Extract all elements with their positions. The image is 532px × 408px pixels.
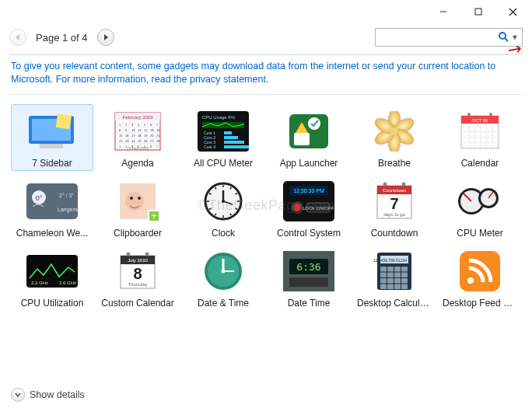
gadget-label: Desktop Feed R... [443,298,517,309]
gadget-label: Clock [212,228,235,239]
svg-text:2° / 3°: 2° / 3° [59,193,74,198]
gadget-item[interactable]: Countdown7days to goCountdown [353,174,436,241]
gadget-label: 7 Sidebar [32,158,72,169]
chameleon-icon: 0°2° / 3°Langemark [23,180,81,223]
gadget-item[interactable]: CPU Usage 8%Core 1Core 2Core 3Core 4All … [182,104,264,171]
svg-text:24: 24 [131,139,135,143]
svg-rect-206 [387,267,394,272]
gadget-item[interactable]: 7 Sidebar [11,104,93,171]
svg-point-222 [467,277,474,284]
gadget-item[interactable]: February 2009123456789101112131415161718… [96,104,179,171]
gadget-item[interactable]: 2.2 GHz2.6 GHzCPU Utilization [11,244,93,311]
date-time-2-icon: 6:36 [280,249,338,293]
gadget-grid: 7 SidebarFebruary 2009123456789101112131… [0,95,532,314]
svg-rect-123 [464,138,469,142]
svg-point-136 [489,113,492,116]
footer: Show details [11,388,85,402]
svg-text:23: 23 [125,139,129,143]
svg-text:July 2010: July 2010 [128,258,148,263]
svg-point-135 [467,113,471,116]
close-button[interactable] [495,1,530,23]
svg-text:8: 8 [133,265,142,282]
show-details-label[interactable]: Show details [30,389,85,400]
gadget-item[interactable]: 0°2° / 3°LangemarkChameleon We... [11,174,93,241]
svg-text:0°: 0° [36,194,43,202]
svg-text:+: + [151,211,156,221]
seven-sidebar-icon [23,110,81,153]
svg-text:2.2 GHz: 2.2 GHz [31,281,48,285]
svg-rect-220 [401,284,408,289]
gadget-item[interactable]: Desktop Feed R... [439,244,521,311]
svg-rect-133 [487,143,492,148]
svg-rect-205 [380,267,387,272]
search-dropdown-icon[interactable]: ▼ [511,33,519,41]
gadget-label: Date & Time [198,298,249,309]
svg-text:10: 10 [131,128,135,132]
expand-details-button[interactable] [11,388,25,402]
gadget-item[interactable]: Date & Time [182,244,264,311]
gadget-item[interactable]: July 20108ThursdayCustom Calendar [96,244,179,311]
gadget-label: App Launcher [280,158,338,169]
svg-rect-201 [289,277,328,287]
custom-calendar-icon: July 20108Thursday [109,249,166,293]
search-box[interactable]: ▼ [375,28,523,47]
svg-rect-92 [224,136,238,139]
gadget-item[interactable]: 12:30:30 PMLOCK ON/OFFControl System [268,174,350,241]
svg-marker-5 [104,34,108,40]
gadget-item[interactable]: 6:36Date Time [268,244,350,311]
svg-text:February 2009: February 2009 [122,115,153,120]
gadget-label: CPU Meter [457,228,502,239]
svg-point-169 [293,204,301,211]
svg-text:25: 25 [138,139,142,143]
svg-rect-210 [387,272,394,277]
svg-text:6:36: 6:36 [296,261,320,273]
svg-rect-121 [487,132,492,137]
minimize-button[interactable] [425,1,460,23]
desktop-feed-icon [451,249,509,293]
privacy-banner[interactable]: To give you relevant content, some gadge… [0,60,532,89]
svg-rect-217 [380,284,387,289]
svg-point-146 [138,197,141,200]
svg-rect-213 [380,278,387,284]
svg-rect-122 [493,132,499,137]
gadget-item[interactable]: +Clipboarder [96,174,179,241]
gadget-item[interactable]: Clock [182,174,264,241]
svg-text:20: 20 [150,134,154,138]
prev-page-button[interactable] [9,29,26,46]
search-icon[interactable] [497,31,509,44]
gadget-item[interactable]: 123,456,789.01234Desktop Calcula... [353,244,436,311]
svg-rect-90 [224,131,232,134]
svg-rect-96 [224,145,249,148]
cpu-util-icon: 2.2 GHz2.6 GHz [23,249,81,293]
breathe-icon [366,110,423,153]
svg-rect-207 [394,267,401,272]
svg-point-192 [145,252,149,256]
app-launcher-icon [280,110,338,153]
gadget-item[interactable]: CPU Meter [439,174,521,241]
control-system-icon: 12:30:30 PMLOCK ON/OFF [280,180,338,223]
svg-text:14: 14 [156,128,160,132]
maximize-button[interactable] [460,1,495,23]
gadget-item[interactable]: OCT 06Calendar [439,104,521,171]
svg-point-178 [402,182,406,186]
next-page-button[interactable] [97,29,114,46]
svg-text:21: 21 [156,134,160,138]
svg-text:Thursday: Thursday [128,282,147,287]
all-cpu-icon: CPU Usage 8%Core 1Core 2Core 3Core 4 [194,110,252,153]
gadget-label: Agenda [121,158,153,169]
svg-rect-126 [481,138,487,142]
clipboarder-icon: + [109,180,166,223]
search-input[interactable] [380,30,497,45]
desktop-calc-icon: 123,456,789.01234 [366,249,423,293]
gadget-label: CPU Utilization [21,298,84,309]
gadget-label: Clipboarder [114,228,162,239]
svg-rect-112 [470,127,475,131]
gadget-item[interactable]: App Launcher [268,104,350,171]
svg-point-177 [383,182,387,186]
svg-rect-209 [380,272,387,277]
gadget-label: Desktop Calcula... [357,298,432,309]
svg-rect-98 [294,133,310,145]
calendar-icon: OCT 06 [451,110,509,153]
svg-rect-125 [475,138,481,142]
gadget-item[interactable]: Breathe [353,104,436,171]
